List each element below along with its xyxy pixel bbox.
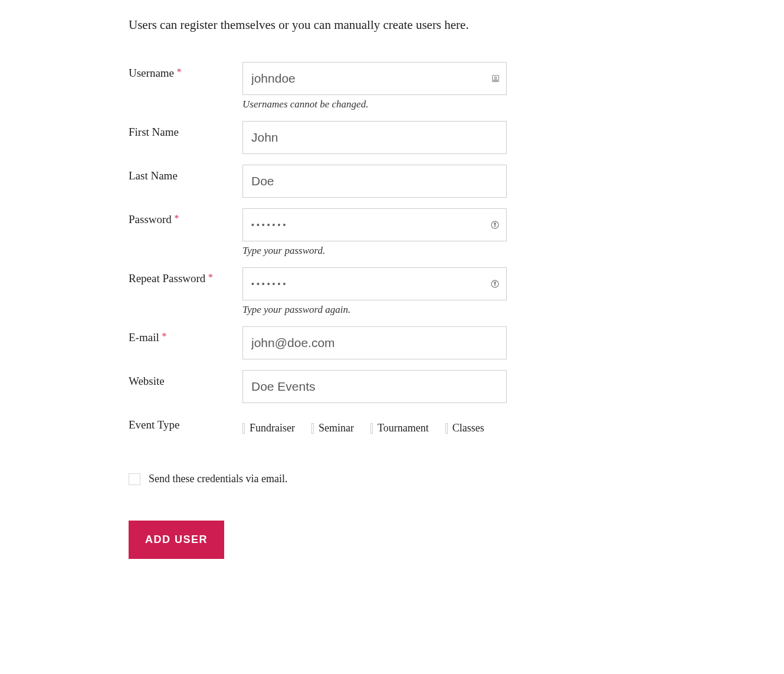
website-input[interactable] <box>242 370 507 403</box>
add-user-button[interactable]: ADD USER <box>129 521 224 559</box>
label-website: Website <box>129 370 242 388</box>
svg-point-6 <box>494 282 496 284</box>
required-marker: * <box>177 67 182 77</box>
row-password: Password * Type your password. <box>129 208 660 257</box>
email-input[interactable] <box>242 326 507 359</box>
event-type-label: Tournament <box>378 422 429 434</box>
row-email: E-mail * <box>129 326 660 359</box>
svg-point-2 <box>494 77 497 79</box>
first-name-input[interactable] <box>242 121 507 154</box>
checkbox-icon <box>370 423 373 434</box>
row-username: Username * Usernames cannot be changed. <box>129 62 660 110</box>
event-type-option[interactable]: Fundraiser <box>242 422 295 434</box>
event-type-option[interactable]: Classes <box>445 422 484 434</box>
row-repeat-password: Repeat Password * Type your password aga… <box>129 267 660 316</box>
key-icon <box>490 279 500 289</box>
hint-username: Usernames cannot be changed. <box>242 99 507 110</box>
send-credentials-label: Send these credentials via email. <box>149 473 287 485</box>
event-type-option[interactable]: Seminar <box>311 422 354 434</box>
label-password-text: Password <box>129 213 172 225</box>
checkbox-icon <box>311 423 314 434</box>
intro-text: Users can register themselves or you can… <box>129 18 660 32</box>
label-first-name: First Name <box>129 121 242 139</box>
label-repeat-password-text: Repeat Password <box>129 272 205 284</box>
label-username-text: Username <box>129 67 174 79</box>
checkbox-icon <box>242 423 245 434</box>
event-type-label: Fundraiser <box>250 422 295 434</box>
checkbox-icon <box>445 423 448 434</box>
last-name-input[interactable] <box>242 165 507 198</box>
required-marker: * <box>162 331 166 341</box>
event-type-option[interactable]: Tournament <box>370 422 429 434</box>
required-marker: * <box>175 213 179 223</box>
label-last-name: Last Name <box>129 165 242 182</box>
event-type-label: Seminar <box>319 422 354 434</box>
svg-point-4 <box>494 223 496 225</box>
row-last-name: Last Name <box>129 165 660 198</box>
username-input[interactable] <box>242 62 507 95</box>
row-send-credentials: Send these credentials via email. <box>129 473 660 485</box>
label-username: Username * <box>129 62 242 80</box>
hint-repeat-password: Type your password again. <box>242 304 507 316</box>
event-type-label: Classes <box>452 422 484 434</box>
label-event-type: Event Type <box>129 414 242 431</box>
send-credentials-checkbox[interactable] <box>129 473 140 485</box>
password-input[interactable] <box>242 208 507 241</box>
required-marker: * <box>208 272 213 282</box>
label-repeat-password: Repeat Password * <box>129 267 242 285</box>
hint-password: Type your password. <box>242 245 507 257</box>
row-website: Website <box>129 370 660 403</box>
event-type-options: Fundraiser Seminar Tournament Classes <box>242 414 507 434</box>
label-password: Password * <box>129 208 242 226</box>
row-event-type: Event Type Fundraiser Seminar Tournament <box>129 414 660 434</box>
key-icon <box>490 220 500 230</box>
contact-card-icon <box>491 74 500 83</box>
row-first-name: First Name <box>129 121 660 154</box>
svg-rect-1 <box>494 80 497 81</box>
label-email: E-mail * <box>129 326 242 344</box>
label-email-text: E-mail <box>129 331 159 343</box>
repeat-password-input[interactable] <box>242 267 507 300</box>
